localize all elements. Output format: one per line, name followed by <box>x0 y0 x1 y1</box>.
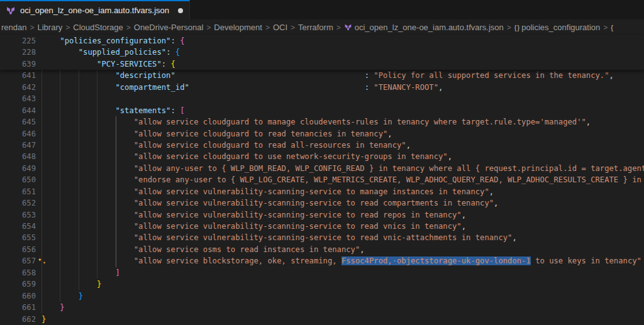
line-number[interactable]: 655 <box>0 232 36 243</box>
line-number[interactable]: 657 <box>0 255 36 267</box>
sticky-line[interactable]: 225 "policies_configuration": { <box>0 35 644 47</box>
sparkles-icon[interactable]: ✦✦ <box>38 255 49 267</box>
breadcrumb-label: CloudStorage <box>73 23 123 32</box>
code-token: "allow service vulnerability-scanning-se… <box>134 211 462 219</box>
line-content[interactable]: "allow service osms to read instances in… <box>42 244 644 255</box>
line-number[interactable]: 639 <box>0 58 36 70</box>
line-content[interactable]: } <box>42 278 644 290</box>
code-token: } <box>60 303 64 312</box>
code-token: , <box>462 222 466 231</box>
code-line: 656 "allow service osms to read instance… <box>0 244 644 255</box>
vscode-window: oci_open_lz_one-oe_iam.auto.tfvars.json … <box>0 0 644 325</box>
code-line: 659 } <box>0 278 644 290</box>
terraform-icon <box>344 23 352 31</box>
line-number[interactable]: 650 <box>0 174 36 185</box>
line-number[interactable]: 659 <box>0 278 36 290</box>
line-number[interactable]: 645 <box>0 116 36 128</box>
breadcrumb-item[interactable]: oci_open_lz_one-oe_iam.auto.tfvars.json <box>344 23 504 32</box>
line-number[interactable]: 654 <box>0 221 36 232</box>
line-content[interactable]: } <box>42 314 644 325</box>
line-content[interactable]: "allow service vulnerability-scanning-se… <box>42 209 644 221</box>
code-token: , <box>360 245 364 254</box>
line-content[interactable] <box>42 93 644 104</box>
code-token: { <box>170 60 175 69</box>
line-content[interactable]: "allow service cloudguard to read all-re… <box>42 140 644 151</box>
line-content[interactable]: "allow service vulnerability-scanning-se… <box>42 221 644 232</box>
line-number[interactable]: 649 <box>0 163 36 174</box>
line-number[interactable]: 651 <box>0 186 36 197</box>
line-content[interactable]: } <box>42 302 644 313</box>
line-number[interactable]: 658 <box>0 267 36 278</box>
line-content[interactable]: "allow service vulnerability-scanning-se… <box>42 232 644 243</box>
code-token: } <box>97 280 101 289</box>
line-content[interactable]: "allow any-user to { WLP_BOM_READ, WLP_C… <box>42 163 644 174</box>
code-token: : <box>175 71 374 80</box>
code-token: "allow service cloudguard to use network… <box>134 152 448 161</box>
line-content[interactable]: "allow service vulnerability-scanning-se… <box>42 186 644 197</box>
breadcrumb-item[interactable]: OneDrive-Personal <box>134 23 204 32</box>
line-content[interactable]: "allow service cloudguard to use network… <box>42 151 644 162</box>
breadcrumb-item[interactable]: Library <box>38 23 63 32</box>
breadcrumb-item[interactable]: Development <box>214 23 262 32</box>
code-token: { <box>175 48 180 57</box>
code-token: "allow service osms to read instances in… <box>134 245 360 254</box>
breadcrumb-item[interactable]: CloudStorage <box>73 23 123 32</box>
breadcrumb-item[interactable]: rendan <box>1 23 26 32</box>
line-content[interactable]: "allow service vulnerability-scanning-se… <box>42 197 644 209</box>
sticky-line[interactable]: 639 "PCY-SERVICES": { <box>0 58 644 70</box>
line-content[interactable]: "allow service cloudguard to manage clou… <box>42 116 644 128</box>
line-content[interactable]: "supplied_policies": { <box>42 47 644 58</box>
line-number[interactable]: 646 <box>0 128 36 140</box>
code-token <box>42 175 134 184</box>
code-token: "description" <box>115 71 175 80</box>
breadcrumb-label: Library <box>38 23 63 32</box>
code-token: "allow service vulnerability-scanning-se… <box>134 233 513 242</box>
line-number[interactable]: 656 <box>0 244 36 255</box>
line-number[interactable]: 648 <box>0 151 36 162</box>
line-number[interactable]: 641 <box>0 70 36 81</box>
breadcrumb-item[interactable]: Terraform <box>298 23 333 32</box>
code-token: "policies_configuration" <box>60 36 170 45</box>
code-token <box>42 48 79 57</box>
breadcrumb: rendan>Library>CloudStorage>OneDrive-Per… <box>0 19 644 35</box>
tab-bar: oci_open_lz_one-oe_iam.auto.tfvars.json <box>0 0 644 19</box>
editor-code-area[interactable]: 641 "description" : "Policy for all supp… <box>0 70 644 325</box>
indent-guide <box>60 93 60 104</box>
line-content[interactable]: } <box>42 290 644 302</box>
modified-indicator-dot[interactable] <box>178 8 183 13</box>
code-line: 649 "allow any-user to { WLP_BOM_READ, W… <box>0 163 644 174</box>
line-content[interactable]: "allow service blockstorage, oke, stream… <box>42 255 644 267</box>
line-number[interactable]: 644 <box>0 105 36 116</box>
code-line: 644 "statements": [ <box>0 105 644 116</box>
breadcrumb-item[interactable]: { }policies_configuration <box>514 23 600 32</box>
breadcrumb-separator: > <box>336 23 341 32</box>
code-token: , <box>438 83 443 92</box>
breadcrumb-separator: > <box>507 23 511 32</box>
sticky-line[interactable]: 228 "supplied_policies": { <box>0 47 644 58</box>
line-number[interactable]: 661 <box>0 302 36 313</box>
selection-highlight: · <box>392 256 397 265</box>
line-content[interactable]: "allow service cloudguard to read tenanc… <box>42 128 644 140</box>
code-token: , <box>406 141 411 150</box>
line-number[interactable]: 643 <box>0 93 36 104</box>
line-number[interactable]: 225 <box>0 35 36 47</box>
line-number[interactable]: 647 <box>0 140 36 151</box>
line-number[interactable]: 660 <box>0 290 36 302</box>
line-number[interactable]: 662 <box>0 314 36 325</box>
line-content[interactable]: "policies_configuration": { <box>42 35 644 47</box>
line-number[interactable]: 653 <box>0 209 36 221</box>
line-content[interactable]: ] <box>42 267 644 278</box>
code-token: : <box>162 60 171 69</box>
line-content[interactable]: "endorse any-user to { WLP_LOG_CREATE, W… <box>42 174 644 185</box>
line-content[interactable]: "compartment_id" : "TENANCY-ROOT", <box>42 82 644 93</box>
code-token: , <box>489 187 494 196</box>
breadcrumb-label: OneDrive-Personal <box>134 23 204 32</box>
line-content[interactable]: "statements": [ <box>42 105 644 116</box>
line-number[interactable]: 652 <box>0 197 36 209</box>
editor-tab[interactable]: oci_open_lz_one-oe_iam.auto.tfvars.json <box>0 0 190 19</box>
line-number[interactable]: 228 <box>0 47 36 58</box>
line-number[interactable]: 642 <box>0 82 36 93</box>
line-content[interactable]: "PCY-SERVICES": { <box>42 58 644 70</box>
breadcrumb-item[interactable]: OCI <box>273 23 287 32</box>
line-content[interactable]: "description" : "Policy for all supporte… <box>42 70 644 81</box>
